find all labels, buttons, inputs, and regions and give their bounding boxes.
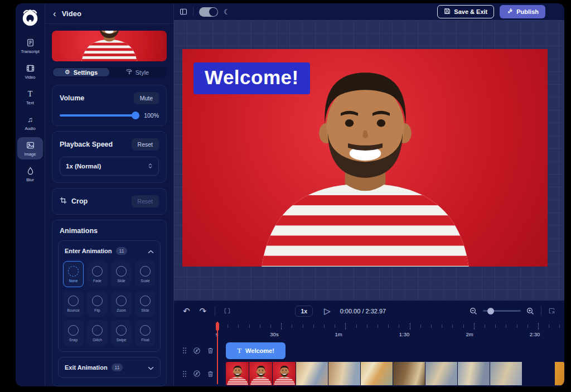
clip-thumbnail bbox=[555, 362, 564, 385]
circle-icon bbox=[92, 296, 103, 306]
exit-animation-count-badge: 11 bbox=[112, 364, 123, 371]
delete-track-icon[interactable] bbox=[207, 370, 214, 378]
speed-reset-button[interactable]: Reset bbox=[132, 138, 159, 151]
animation-option-zoom[interactable]: Zoom bbox=[111, 291, 132, 317]
canvas-area: Welcome! bbox=[174, 20, 564, 301]
drag-handle-icon[interactable] bbox=[182, 347, 187, 354]
circle-icon bbox=[92, 266, 103, 277]
speed-select[interactable]: 1x (Normal) bbox=[60, 157, 159, 176]
timeline-zoom-slider[interactable] bbox=[483, 310, 521, 312]
sidebar-item-label: Blur bbox=[26, 177, 33, 182]
volume-card: Volume Mute 100% bbox=[52, 85, 167, 126]
zoom-out-icon[interactable] bbox=[470, 307, 477, 315]
enter-animation-header[interactable]: Enter Animation 11 bbox=[59, 241, 160, 261]
mute-button[interactable]: Mute bbox=[134, 92, 159, 104]
playhead-line[interactable] bbox=[217, 322, 218, 384]
animation-option-none[interactable]: None bbox=[63, 261, 84, 287]
animation-option-swipe[interactable]: Swipe bbox=[111, 320, 132, 346]
video-clip[interactable] bbox=[226, 362, 564, 385]
crop-card: Crop Reset bbox=[52, 188, 167, 215]
clip-thumbnail bbox=[522, 362, 555, 385]
circle-icon bbox=[116, 296, 127, 306]
gear-icon: ⚙ bbox=[65, 69, 70, 76]
volume-value: 100% bbox=[144, 112, 159, 119]
sidebar-item-label: Text bbox=[26, 100, 34, 105]
enter-animation-count-badge: 11 bbox=[116, 247, 128, 255]
divider bbox=[193, 7, 193, 16]
video-track bbox=[174, 361, 564, 386]
theme-toggle-switch[interactable] bbox=[199, 7, 218, 17]
animation-option-float[interactable]: Float bbox=[135, 320, 156, 346]
toggle-knob bbox=[209, 8, 217, 16]
split-icon[interactable] bbox=[224, 307, 231, 314]
ruler-label: 1:30 bbox=[399, 331, 410, 337]
moon-icon[interactable]: ☾ bbox=[224, 8, 230, 16]
playback-speed-label: Playback Speed bbox=[60, 141, 113, 148]
circle-icon bbox=[68, 325, 79, 336]
video-player[interactable]: Welcome! bbox=[182, 49, 548, 267]
text-overlay-label: Welcome! bbox=[205, 66, 299, 88]
crop-reset-button[interactable]: Reset bbox=[132, 195, 159, 207]
clip-thumbnail bbox=[296, 362, 328, 385]
text-clip[interactable]: T Welcome! bbox=[226, 342, 286, 359]
animation-option-slide2[interactable]: Slide bbox=[135, 291, 156, 317]
sidebar-item-text[interactable]: T Text bbox=[17, 86, 43, 108]
sidebar-item-transcript[interactable]: Transcript bbox=[17, 35, 43, 57]
exit-animation-header[interactable]: Exit Animation 11 bbox=[59, 357, 160, 378]
circle-icon bbox=[68, 266, 79, 277]
volume-slider-knob[interactable] bbox=[132, 112, 139, 119]
animation-option-fade[interactable]: Fade bbox=[87, 261, 108, 287]
animation-option-snap[interactable]: Snap bbox=[63, 320, 84, 346]
save-icon bbox=[444, 8, 451, 16]
circle-icon bbox=[140, 296, 151, 306]
circle-icon bbox=[140, 266, 151, 277]
volume-slider[interactable] bbox=[60, 114, 138, 117]
redo-icon[interactable]: ↷ bbox=[200, 307, 207, 315]
fit-timeline-icon[interactable] bbox=[548, 307, 555, 314]
tab-settings[interactable]: ⚙ Settings bbox=[53, 68, 109, 76]
publish-button[interactable]: Publish bbox=[500, 5, 545, 18]
animation-option-bounce[interactable]: Bounce bbox=[63, 291, 84, 317]
drag-handle-icon[interactable] bbox=[182, 370, 187, 378]
circle-icon bbox=[140, 325, 151, 336]
clip-thumbnail bbox=[273, 362, 296, 385]
tab-style[interactable]: Style bbox=[109, 68, 166, 76]
time-display: 0:00.00 / 2:32.97 bbox=[340, 308, 386, 314]
play-icon[interactable]: ▷ bbox=[324, 307, 331, 315]
exit-animation-section: Exit Animation 11 bbox=[58, 357, 161, 378]
circle-icon bbox=[68, 296, 79, 306]
back-icon[interactable]: ‹ bbox=[53, 9, 56, 18]
undo-icon[interactable]: ↶ bbox=[183, 307, 190, 315]
mute-track-icon[interactable] bbox=[193, 370, 201, 378]
timeline-ruler[interactable]: s 30s 1m 1:30 2m 2:30 bbox=[212, 321, 564, 340]
clip-thumbnail bbox=[249, 362, 273, 385]
ruler-label: 30s bbox=[270, 331, 278, 337]
timeline-panel: ↶ ↷ 1x ▷ 0:00.00 / 2:32.97 bbox=[174, 301, 564, 386]
sidebar-item-label: Image bbox=[25, 152, 36, 157]
tab-label: Settings bbox=[74, 69, 98, 76]
animation-option-flip[interactable]: Flip bbox=[87, 291, 108, 317]
delete-track-icon[interactable] bbox=[207, 347, 214, 354]
zoom-in-icon[interactable] bbox=[526, 307, 534, 315]
animation-option-slide[interactable]: Slide bbox=[111, 261, 132, 287]
animation-option-glitch[interactable]: Glitch bbox=[87, 320, 108, 346]
text-overlay[interactable]: Welcome! bbox=[193, 62, 310, 94]
animation-option-scale[interactable]: Scale bbox=[135, 261, 156, 287]
clip-thumbnail bbox=[490, 362, 522, 385]
playback-speed-card: Playback Speed Reset 1x (Normal) bbox=[52, 131, 167, 183]
icon-rail: Transcript Video T Text ♫ Audio Image bbox=[16, 3, 45, 386]
image-icon bbox=[26, 141, 35, 150]
playback-rate-button[interactable]: 1x bbox=[295, 306, 313, 317]
mute-track-icon[interactable] bbox=[193, 347, 201, 355]
zoom-slider-knob[interactable] bbox=[487, 308, 494, 314]
panel-header: ‹ Video bbox=[45, 3, 173, 24]
sidebar-item-image[interactable]: Image bbox=[17, 137, 43, 159]
app-window: Transcript Video T Text ♫ Audio Image bbox=[16, 3, 564, 386]
sidebar-item-blur[interactable]: Blur bbox=[17, 163, 43, 185]
sidebar-item-video[interactable]: Video bbox=[17, 60, 43, 83]
save-exit-button[interactable]: Save & Exit bbox=[437, 5, 494, 18]
side-panel: ‹ Video ⚙ Settings Style Volume Mut bbox=[45, 3, 174, 386]
panel-toggle-icon[interactable] bbox=[180, 8, 187, 16]
track-controls bbox=[174, 370, 220, 378]
sidebar-item-audio[interactable]: ♫ Audio bbox=[17, 112, 43, 134]
